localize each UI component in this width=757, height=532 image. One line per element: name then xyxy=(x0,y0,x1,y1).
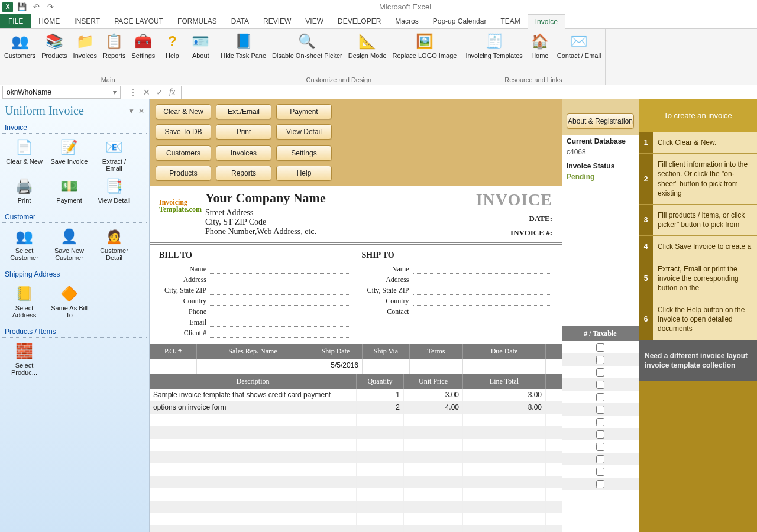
select-address-button[interactable]: 📒Select Address xyxy=(2,283,46,320)
same-as-billto-button[interactable]: 🔶Same As Bill To xyxy=(47,283,91,320)
select-product-button[interactable]: 🧱Select Produc... xyxy=(2,340,46,378)
contact-email-button[interactable]: ✉️Contact / Email xyxy=(554,30,604,61)
table-row[interactable] xyxy=(150,451,562,463)
taskpane-menu-icon[interactable]: ▼ xyxy=(128,107,135,115)
tax-checkbox[interactable] xyxy=(596,468,604,476)
redo-icon[interactable]: ↷ xyxy=(45,2,56,12)
bill-field-row[interactable]: Client # xyxy=(159,329,350,338)
tax-checkbox[interactable] xyxy=(596,455,604,463)
tb-settings[interactable]: Settings xyxy=(276,145,332,161)
tab-invoice[interactable]: Invoice xyxy=(528,14,565,29)
tab-macros[interactable]: Macros xyxy=(388,14,425,28)
customers-button[interactable]: 👥Customers xyxy=(1,30,38,61)
tax-checkbox[interactable] xyxy=(596,430,604,439)
extract-email-button[interactable]: 📧Extract / Email xyxy=(92,136,136,174)
view-detail-button[interactable]: 📑View Detail xyxy=(92,175,136,206)
print-button[interactable]: 🖨️Print xyxy=(2,175,46,206)
table-row[interactable] xyxy=(150,414,562,426)
cancel-icon[interactable]: ✕ xyxy=(143,87,150,97)
tax-row[interactable] xyxy=(562,366,639,378)
tax-row[interactable] xyxy=(562,403,639,416)
tab-team[interactable]: TEAM xyxy=(493,14,527,28)
tax-checkbox[interactable] xyxy=(596,480,604,488)
tax-row[interactable] xyxy=(562,440,639,453)
tab-view[interactable]: VIEW xyxy=(298,14,331,28)
company-name[interactable]: Your Company Name xyxy=(205,190,326,206)
file-tab[interactable]: FILE xyxy=(0,14,31,28)
field-input[interactable] xyxy=(210,276,350,284)
settings-button[interactable]: 🧰Settings xyxy=(129,30,158,61)
design-mode-button[interactable]: 📐Design Mode xyxy=(345,30,390,61)
undo-icon[interactable]: ↶ xyxy=(31,2,41,12)
tab-review[interactable]: REVIEW xyxy=(256,14,298,28)
field-input[interactable] xyxy=(210,265,350,274)
tab-developer[interactable]: DEVELOPER xyxy=(331,14,388,28)
tax-checkbox[interactable] xyxy=(596,393,604,401)
formula-input[interactable] xyxy=(181,86,757,99)
tax-checkbox[interactable] xyxy=(596,418,604,426)
field-input[interactable] xyxy=(210,329,350,338)
tb-save-db[interactable]: Save To DB xyxy=(156,124,211,140)
worksheet[interactable]: Clear & New Ext./Email Payment Save To D… xyxy=(150,99,757,532)
tax-row[interactable] xyxy=(562,341,639,353)
tax-checkbox[interactable] xyxy=(596,368,604,377)
field-input[interactable] xyxy=(413,297,553,306)
bill-field-row[interactable]: Address xyxy=(159,275,350,284)
fx-icon[interactable]: fx xyxy=(169,87,175,97)
tb-clear-new[interactable]: Clear & New xyxy=(156,104,211,119)
about-registration-button[interactable]: About & Registration xyxy=(567,113,634,129)
tb-reports[interactable]: Reports xyxy=(216,166,271,181)
company-addr2[interactable]: City, ST ZIP Code xyxy=(205,218,326,227)
payment-button[interactable]: 💵Payment xyxy=(47,175,91,206)
reports-button[interactable]: 📋Reports xyxy=(100,30,129,61)
field-input[interactable] xyxy=(210,297,350,306)
ship-field-row[interactable]: Contact xyxy=(362,307,553,316)
save-icon[interactable]: 💾 xyxy=(17,2,27,12)
tab-data[interactable]: DATA xyxy=(224,14,256,28)
field-input[interactable] xyxy=(413,287,553,295)
tb-invoices[interactable]: Invoices xyxy=(216,145,271,161)
table-row[interactable] xyxy=(150,439,562,451)
tab-formulas[interactable]: FORMULAS xyxy=(170,14,224,28)
tb-view-detail[interactable]: View Detail xyxy=(276,124,332,140)
tb-payment[interactable]: Payment xyxy=(276,104,332,119)
field-input[interactable] xyxy=(413,265,553,274)
field-input[interactable] xyxy=(210,308,350,316)
tax-row[interactable] xyxy=(562,453,639,465)
field-input[interactable] xyxy=(210,287,350,295)
bill-field-row[interactable]: Name xyxy=(159,265,350,274)
bill-field-row[interactable]: City, State ZIP xyxy=(159,286,350,295)
tax-checkbox[interactable] xyxy=(596,343,604,352)
tb-print[interactable]: Print xyxy=(216,124,271,140)
bill-field-row[interactable]: Country xyxy=(159,297,350,306)
table-row[interactable]: options on invoice form24.008.00 xyxy=(150,401,562,414)
ship-field-row[interactable]: City, State ZIP xyxy=(362,286,553,295)
table-row[interactable] xyxy=(150,463,562,476)
table-row[interactable] xyxy=(150,476,562,488)
company-addr3[interactable]: Phone Number,Web Address, etc. xyxy=(205,227,326,236)
invoicing-templates-button[interactable]: 🧾Invoicing Templates xyxy=(462,30,525,61)
tax-row[interactable] xyxy=(562,428,639,440)
tb-customers[interactable]: Customers xyxy=(156,145,211,161)
tb-products[interactable]: Products xyxy=(156,166,211,181)
disable-picker-button[interactable]: 🔍Disable On-sheet Picker xyxy=(269,30,345,61)
company-addr1[interactable]: Street Address xyxy=(205,208,326,218)
table-row[interactable] xyxy=(150,513,562,525)
tb-help[interactable]: Help xyxy=(276,166,332,181)
invoice-lines[interactable]: Sample invoice template that shows credi… xyxy=(150,389,562,532)
field-input[interactable] xyxy=(413,276,553,284)
hide-task-pane-button[interactable]: 📘Hide Task Pane xyxy=(218,30,269,61)
bill-field-row[interactable]: Email xyxy=(159,318,350,327)
tax-row[interactable] xyxy=(562,416,639,428)
products-button[interactable]: 📚Products xyxy=(38,30,70,61)
about-button[interactable]: 🪪About xyxy=(186,30,215,61)
invoices-button[interactable]: 📁Invoices xyxy=(70,30,100,61)
field-input[interactable] xyxy=(413,308,553,316)
tax-checkbox[interactable] xyxy=(596,406,604,414)
save-invoice-button[interactable]: 📝Save Invoice xyxy=(47,136,91,174)
save-new-customer-button[interactable]: 👤Save New Customer xyxy=(47,225,91,263)
tax-row[interactable] xyxy=(562,465,639,478)
replace-logo-button[interactable]: 🖼️Replace LOGO Image xyxy=(390,30,460,61)
tax-row[interactable] xyxy=(562,353,639,366)
tax-row[interactable] xyxy=(562,478,639,490)
